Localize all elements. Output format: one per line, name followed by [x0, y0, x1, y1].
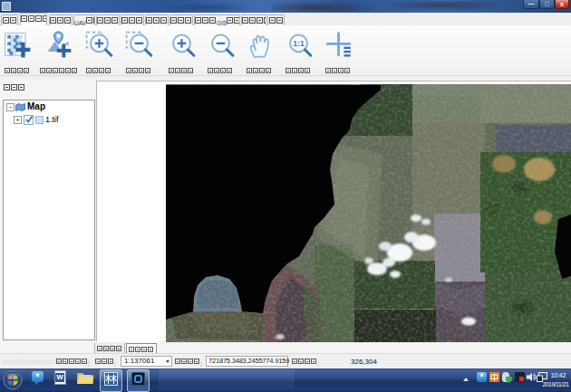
- svg-text:1:1: 1:1: [293, 39, 305, 48]
